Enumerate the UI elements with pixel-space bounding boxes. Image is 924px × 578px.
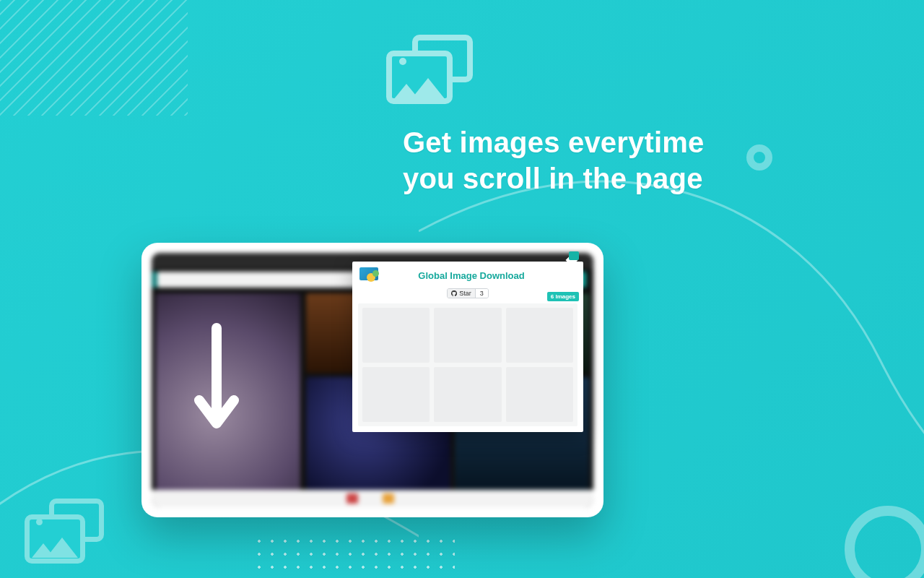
picture-stack-icon bbox=[386, 35, 473, 107]
thumbnail-item[interactable] bbox=[362, 308, 430, 363]
thumbnail-item[interactable] bbox=[362, 367, 430, 422]
thumbnail-grid bbox=[358, 303, 578, 426]
github-star-count: 3 bbox=[476, 289, 488, 298]
picture-stack-icon bbox=[25, 499, 104, 564]
hero-headline-line: Get images everytime bbox=[403, 124, 705, 160]
github-icon bbox=[451, 290, 457, 296]
github-star-button[interactable]: Star 3 bbox=[447, 288, 489, 298]
hero-headline-line: you scroll in the page bbox=[403, 160, 705, 197]
images-count-badge: 6 Images bbox=[547, 292, 579, 301]
promo-stage: Get images everytime you scroll in the p… bbox=[0, 0, 924, 578]
thumbnail-item[interactable] bbox=[434, 308, 501, 363]
github-star-label: Star bbox=[459, 290, 471, 297]
decor-ring bbox=[845, 506, 924, 578]
thumbnail-item[interactable] bbox=[434, 367, 501, 422]
decor-dot-grid bbox=[253, 535, 455, 571]
decor-hatch bbox=[0, 0, 188, 116]
thumbnail-item[interactable] bbox=[506, 308, 573, 363]
popup-title: Global Image Download bbox=[385, 270, 576, 281]
extension-pin-icon[interactable] bbox=[569, 251, 579, 260]
extension-popup: Global Image Download Star 3 6 Images bbox=[352, 262, 583, 432]
popup-header: Global Image Download bbox=[352, 262, 583, 285]
hero-headline: Get images everytime you scroll in the p… bbox=[403, 124, 705, 197]
extension-logo-icon bbox=[359, 267, 378, 283]
decor-ring bbox=[746, 144, 772, 171]
thumbnail-item[interactable] bbox=[506, 367, 573, 422]
